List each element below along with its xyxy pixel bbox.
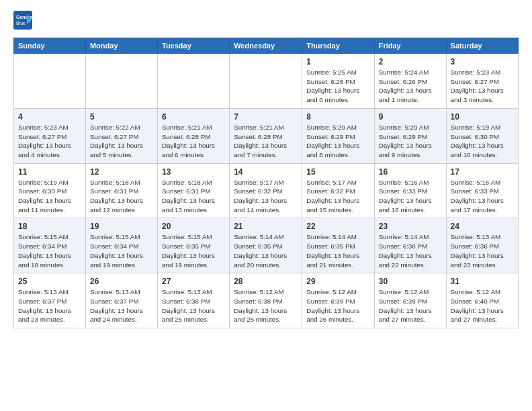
day-info: Sunrise: 5:15 AM Sunset: 6:35 PM Dayligh… bbox=[162, 232, 225, 269]
day-info: Sunrise: 5:12 AM Sunset: 6:38 PM Dayligh… bbox=[234, 287, 298, 324]
calendar-cell: 10Sunrise: 5:19 AM Sunset: 6:30 PM Dayli… bbox=[446, 108, 518, 163]
day-info: Sunrise: 5:13 AM Sunset: 6:37 PM Dayligh… bbox=[18, 287, 81, 324]
calendar-cell: 8Sunrise: 5:20 AM Sunset: 6:29 PM Daylig… bbox=[302, 108, 374, 163]
day-header-saturday: Saturday bbox=[446, 38, 518, 54]
day-info: Sunrise: 5:15 AM Sunset: 6:34 PM Dayligh… bbox=[18, 232, 81, 269]
week-row-5: 25Sunrise: 5:13 AM Sunset: 6:37 PM Dayli… bbox=[14, 273, 519, 328]
day-info: Sunrise: 5:20 AM Sunset: 6:29 PM Dayligh… bbox=[379, 123, 442, 160]
day-info: Sunrise: 5:13 AM Sunset: 6:36 PM Dayligh… bbox=[451, 232, 514, 269]
week-row-1: 1Sunrise: 5:25 AM Sunset: 6:26 PM Daylig… bbox=[14, 54, 519, 109]
day-info: Sunrise: 5:22 AM Sunset: 6:27 PM Dayligh… bbox=[90, 123, 153, 160]
day-number: 10 bbox=[451, 112, 514, 122]
calendar-cell: 1Sunrise: 5:25 AM Sunset: 6:26 PM Daylig… bbox=[302, 54, 374, 109]
day-info: Sunrise: 5:23 AM Sunset: 6:27 PM Dayligh… bbox=[18, 123, 81, 160]
calendar-cell: 20Sunrise: 5:15 AM Sunset: 6:35 PM Dayli… bbox=[158, 218, 230, 273]
day-info: Sunrise: 5:21 AM Sunset: 6:28 PM Dayligh… bbox=[234, 123, 298, 160]
day-number: 23 bbox=[379, 222, 442, 231]
day-number: 30 bbox=[379, 277, 442, 286]
calendar-cell: 25Sunrise: 5:13 AM Sunset: 6:37 PM Dayli… bbox=[14, 273, 86, 328]
day-number: 17 bbox=[451, 167, 514, 177]
calendar-cell: 9Sunrise: 5:20 AM Sunset: 6:29 PM Daylig… bbox=[374, 108, 446, 163]
day-header-sunday: Sunday bbox=[14, 38, 86, 54]
day-info: Sunrise: 5:25 AM Sunset: 6:26 PM Dayligh… bbox=[306, 68, 369, 105]
day-number: 4 bbox=[18, 112, 81, 122]
calendar-cell: 5Sunrise: 5:22 AM Sunset: 6:27 PM Daylig… bbox=[85, 108, 157, 163]
day-number: 29 bbox=[306, 277, 369, 286]
calendar-cell: 12Sunrise: 5:18 AM Sunset: 6:31 PM Dayli… bbox=[85, 163, 157, 218]
calendar-cell: 14Sunrise: 5:17 AM Sunset: 6:32 PM Dayli… bbox=[230, 163, 302, 218]
day-header-tuesday: Tuesday bbox=[158, 38, 230, 54]
day-number: 5 bbox=[90, 112, 153, 122]
day-number: 26 bbox=[90, 277, 153, 286]
day-number: 24 bbox=[451, 222, 514, 231]
day-info: Sunrise: 5:16 AM Sunset: 6:33 PM Dayligh… bbox=[379, 178, 442, 215]
day-number: 19 bbox=[90, 222, 153, 231]
day-info: Sunrise: 5:21 AM Sunset: 6:28 PM Dayligh… bbox=[162, 123, 225, 160]
day-number: 9 bbox=[379, 112, 442, 122]
day-number: 25 bbox=[18, 277, 81, 286]
day-info: Sunrise: 5:12 AM Sunset: 6:39 PM Dayligh… bbox=[379, 287, 442, 324]
day-info: Sunrise: 5:15 AM Sunset: 6:34 PM Dayligh… bbox=[90, 232, 153, 269]
calendar-table: SundayMondayTuesdayWednesdayThursdayFrid… bbox=[13, 38, 519, 328]
day-number: 3 bbox=[451, 57, 514, 66]
day-info: Sunrise: 5:14 AM Sunset: 6:35 PM Dayligh… bbox=[234, 232, 298, 269]
calendar-cell: 2Sunrise: 5:24 AM Sunset: 6:26 PM Daylig… bbox=[374, 54, 446, 109]
day-number: 6 bbox=[162, 112, 225, 122]
day-info: Sunrise: 5:20 AM Sunset: 6:29 PM Dayligh… bbox=[306, 123, 369, 160]
week-row-4: 18Sunrise: 5:15 AM Sunset: 6:34 PM Dayli… bbox=[14, 218, 519, 273]
day-number: 31 bbox=[451, 277, 514, 286]
logo: General Blue bbox=[13, 11, 35, 30]
calendar-cell bbox=[158, 54, 230, 109]
calendar-cell bbox=[14, 54, 86, 109]
calendar-cell: 3Sunrise: 5:23 AM Sunset: 6:27 PM Daylig… bbox=[446, 54, 518, 109]
day-info: Sunrise: 5:13 AM Sunset: 6:37 PM Dayligh… bbox=[90, 287, 153, 324]
calendar-cell bbox=[85, 54, 157, 109]
calendar-cell: 27Sunrise: 5:13 AM Sunset: 6:38 PM Dayli… bbox=[158, 273, 230, 328]
calendar-cell: 13Sunrise: 5:18 AM Sunset: 6:31 PM Dayli… bbox=[158, 163, 230, 218]
day-info: Sunrise: 5:14 AM Sunset: 6:36 PM Dayligh… bbox=[379, 232, 442, 269]
calendar-cell: 18Sunrise: 5:15 AM Sunset: 6:34 PM Dayli… bbox=[14, 218, 86, 273]
calendar-cell: 11Sunrise: 5:19 AM Sunset: 6:30 PM Dayli… bbox=[14, 163, 86, 218]
calendar-cell: 7Sunrise: 5:21 AM Sunset: 6:28 PM Daylig… bbox=[230, 108, 302, 163]
day-number: 11 bbox=[18, 167, 81, 177]
day-info: Sunrise: 5:14 AM Sunset: 6:35 PM Dayligh… bbox=[306, 232, 369, 269]
calendar-cell: 4Sunrise: 5:23 AM Sunset: 6:27 PM Daylig… bbox=[14, 108, 86, 163]
calendar-cell: 16Sunrise: 5:16 AM Sunset: 6:33 PM Dayli… bbox=[374, 163, 446, 218]
calendar-cell: 26Sunrise: 5:13 AM Sunset: 6:37 PM Dayli… bbox=[85, 273, 157, 328]
calendar-cell: 15Sunrise: 5:17 AM Sunset: 6:32 PM Dayli… bbox=[302, 163, 374, 218]
day-number: 2 bbox=[379, 57, 442, 66]
calendar-cell: 23Sunrise: 5:14 AM Sunset: 6:36 PM Dayli… bbox=[374, 218, 446, 273]
day-info: Sunrise: 5:13 AM Sunset: 6:38 PM Dayligh… bbox=[162, 287, 225, 324]
calendar-cell: 6Sunrise: 5:21 AM Sunset: 6:28 PM Daylig… bbox=[158, 108, 230, 163]
day-number: 28 bbox=[234, 277, 298, 286]
day-number: 27 bbox=[162, 277, 225, 286]
calendar-cell: 17Sunrise: 5:16 AM Sunset: 6:33 PM Dayli… bbox=[446, 163, 518, 218]
calendar-cell: 24Sunrise: 5:13 AM Sunset: 6:36 PM Dayli… bbox=[446, 218, 518, 273]
day-info: Sunrise: 5:12 AM Sunset: 6:39 PM Dayligh… bbox=[306, 287, 369, 324]
day-info: Sunrise: 5:24 AM Sunset: 6:26 PM Dayligh… bbox=[379, 68, 442, 105]
day-info: Sunrise: 5:17 AM Sunset: 6:32 PM Dayligh… bbox=[306, 178, 369, 215]
day-info: Sunrise: 5:18 AM Sunset: 6:31 PM Dayligh… bbox=[90, 178, 153, 215]
calendar-cell: 29Sunrise: 5:12 AM Sunset: 6:39 PM Dayli… bbox=[302, 273, 374, 328]
day-info: Sunrise: 5:18 AM Sunset: 6:31 PM Dayligh… bbox=[162, 178, 225, 215]
day-number: 7 bbox=[234, 112, 298, 122]
day-header-monday: Monday bbox=[85, 38, 157, 54]
calendar-cell: 28Sunrise: 5:12 AM Sunset: 6:38 PM Dayli… bbox=[230, 273, 302, 328]
day-number: 18 bbox=[18, 222, 81, 231]
day-number: 1 bbox=[306, 57, 369, 66]
day-info: Sunrise: 5:23 AM Sunset: 6:27 PM Dayligh… bbox=[451, 68, 514, 105]
week-row-3: 11Sunrise: 5:19 AM Sunset: 6:30 PM Dayli… bbox=[14, 163, 519, 218]
calendar-cell: 31Sunrise: 5:12 AM Sunset: 6:40 PM Dayli… bbox=[446, 273, 518, 328]
day-number: 12 bbox=[90, 167, 153, 177]
day-info: Sunrise: 5:12 AM Sunset: 6:40 PM Dayligh… bbox=[451, 287, 514, 324]
calendar-cell bbox=[230, 54, 302, 109]
calendar-cell: 22Sunrise: 5:14 AM Sunset: 6:35 PM Dayli… bbox=[302, 218, 374, 273]
calendar-cell: 21Sunrise: 5:14 AM Sunset: 6:35 PM Dayli… bbox=[230, 218, 302, 273]
week-row-2: 4Sunrise: 5:23 AM Sunset: 6:27 PM Daylig… bbox=[14, 108, 519, 163]
day-header-friday: Friday bbox=[374, 38, 446, 54]
day-info: Sunrise: 5:19 AM Sunset: 6:30 PM Dayligh… bbox=[18, 178, 81, 215]
day-info: Sunrise: 5:16 AM Sunset: 6:33 PM Dayligh… bbox=[451, 178, 514, 215]
day-number: 20 bbox=[162, 222, 225, 231]
svg-text:Blue: Blue bbox=[16, 21, 26, 26]
day-number: 8 bbox=[306, 112, 369, 122]
